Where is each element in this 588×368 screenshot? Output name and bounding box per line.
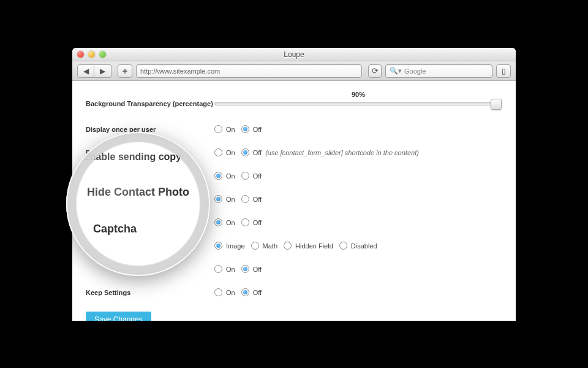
titlebar: Loupe [72, 48, 516, 61]
setting-bg-transparency: Background Transparency (percentage) 90% [86, 90, 502, 118]
captcha-math-radio[interactable] [251, 242, 259, 250]
loupe-line-1: Enable sending copy [83, 150, 195, 164]
slider-thumb[interactable] [491, 99, 502, 110]
loupe-line-2: Hide Contact Photo [87, 185, 195, 200]
save-changes-button[interactable]: Save Changes [86, 312, 151, 321]
keep-settings-off-radio[interactable] [241, 288, 249, 296]
display-globally-off-radio[interactable] [241, 148, 249, 156]
off-label: Off [253, 266, 262, 273]
off-label: Off [253, 289, 262, 296]
captcha-opt-disabled: Disabled [351, 242, 377, 250]
nav-buttons: ◀ ▶ [77, 64, 111, 78]
row7-off-radio[interactable] [241, 265, 249, 273]
on-label: On [226, 219, 235, 226]
off-label: Off [253, 172, 262, 180]
loupe-magnifier: Enable sending copy Hide Contact Photo C… [66, 132, 210, 276]
enable-copy-on-radio[interactable] [214, 195, 222, 203]
search-bar[interactable]: 🔍▾ Google [385, 64, 492, 78]
on-label: On [226, 289, 235, 296]
browser-toolbar: ◀ ▶ ＋ http://www.sitexample.com ⟳ 🔍▾ Goo… [72, 61, 516, 81]
on-label: On [226, 266, 235, 273]
on-label: On [226, 196, 235, 203]
enable-copy-off-radio[interactable] [241, 195, 249, 203]
bg-transparency-label: Background Transparency (percentage) [86, 100, 214, 107]
auto-open-on-radio[interactable] [214, 172, 222, 180]
captcha-opt-hidden: Hidden Field [295, 242, 333, 250]
captcha-disabled-radio[interactable] [339, 242, 347, 250]
off-label: Off [253, 149, 262, 156]
keep-settings-on-radio[interactable] [214, 288, 222, 296]
captcha-opt-math: Math [263, 242, 277, 250]
new-tab-button[interactable]: ＋ [118, 64, 132, 78]
off-label: Off [253, 126, 262, 133]
loupe-line-3: Captcha [93, 221, 195, 237]
search-icon: 🔍▾ [390, 67, 402, 75]
bookmarks-button[interactable]: ▯ [496, 64, 511, 78]
off-label: Off [253, 219, 262, 226]
window-title: Loupe [72, 50, 516, 59]
on-label: On [226, 172, 235, 180]
setting-keep-settings: Keep Settings On Off [86, 281, 502, 304]
auto-open-off-radio[interactable] [241, 172, 249, 180]
captcha-image-radio[interactable] [214, 242, 222, 250]
display-once-label: Display once per user [86, 126, 214, 133]
off-label: Off [253, 196, 262, 203]
display-globally-hint: (use [contact_form_slider] shortcode in … [265, 149, 419, 156]
hide-photo-off-radio[interactable] [241, 218, 249, 226]
row7-on-radio[interactable] [214, 265, 222, 273]
display-once-off-radio[interactable] [241, 125, 249, 133]
search-placeholder: Google [404, 67, 426, 75]
keep-settings-label: Keep Settings [86, 289, 214, 296]
bg-transparency-slider-wrap: 90% [214, 102, 502, 105]
display-globally-on-radio[interactable] [214, 148, 222, 156]
on-label: On [226, 149, 235, 156]
bg-transparency-value: 90% [214, 91, 502, 98]
display-once-on-radio[interactable] [214, 125, 222, 133]
book-icon: ▯ [502, 67, 506, 75]
back-button[interactable]: ◀ [77, 64, 94, 78]
url-bar[interactable]: http://www.sitexample.com [136, 64, 362, 78]
on-label: On [226, 126, 235, 133]
bg-transparency-slider[interactable] [214, 102, 502, 105]
forward-button[interactable]: ▶ [94, 64, 111, 78]
hide-photo-on-radio[interactable] [214, 218, 222, 226]
captcha-opt-image: Image [226, 242, 245, 250]
url-text: http://www.sitexample.com [140, 67, 220, 75]
reload-button[interactable]: ⟳ [368, 64, 382, 78]
captcha-hidden-radio[interactable] [284, 242, 292, 250]
